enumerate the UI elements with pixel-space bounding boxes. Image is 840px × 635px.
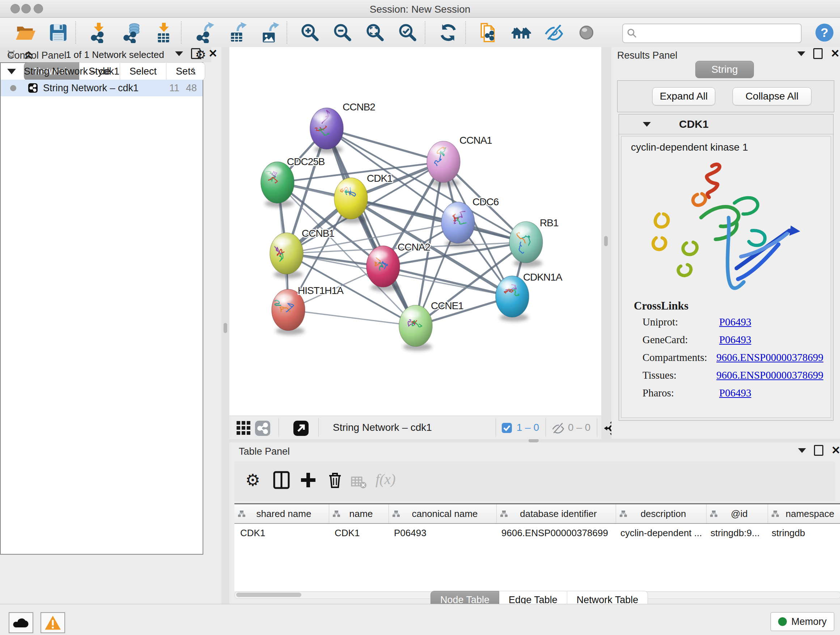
toolbar-separator: [425, 21, 425, 44]
cell-description[interactable]: cyclin-dependent ...: [615, 527, 705, 539]
network-view-canvas[interactable]: CCNB2CCNA1CDC25BCDK1CDC6RB1CCNB1CCNA2CDK…: [229, 47, 601, 416]
node-CDC6[interactable]: [441, 202, 475, 243]
export-network-button[interactable]: [194, 22, 215, 43]
show-grid-icon[interactable]: [236, 420, 252, 436]
tab-string[interactable]: String: [695, 61, 754, 78]
show-hidden-button[interactable]: [576, 22, 597, 43]
cell-name[interactable]: CDK1: [329, 527, 388, 539]
table-settings-gear-icon[interactable]: ⚙: [245, 470, 264, 489]
hide-selected-button[interactable]: [543, 22, 564, 43]
hidden-eye-icon[interactable]: [551, 421, 565, 435]
horizontal-splitter-handle[interactable]: [529, 439, 538, 442]
node-CCNB2[interactable]: [310, 108, 343, 149]
network-collection-row[interactable]: String Network – cdk1 1: [1, 63, 202, 80]
float-panel-icon[interactable]: [813, 48, 823, 59]
left-splitter-handle[interactable]: [224, 323, 227, 333]
panel-menu-icon[interactable]: [175, 51, 183, 56]
control-panel-controls: ✕: [175, 47, 218, 60]
crosslink-value-link[interactable]: 9606.ENSP00000378699: [716, 369, 823, 381]
add-column-icon[interactable]: [299, 470, 317, 489]
cell-namespace[interactable]: stringdb: [766, 527, 840, 539]
table-panel-title: Table Panel: [239, 446, 290, 457]
panel-menu-icon[interactable]: [798, 448, 806, 453]
zoom-selected-icon: [397, 22, 418, 43]
crosslink-value-link[interactable]: P06493: [719, 387, 752, 399]
cell-sharedname[interactable]: CDK1: [234, 527, 329, 539]
zoom-in-button[interactable]: [300, 22, 321, 43]
column-header-id[interactable]: @id: [706, 504, 768, 523]
export-table-button[interactable]: [226, 22, 248, 43]
zoom-fit-button[interactable]: [365, 22, 386, 43]
close-panel-icon[interactable]: ✕: [831, 48, 840, 59]
cdk1-section-header[interactable]: CDK1: [619, 114, 833, 134]
function-builder-icon[interactable]: f(x): [376, 470, 415, 489]
share-session-file-button[interactable]: [478, 22, 499, 43]
zoom-selected-button[interactable]: [397, 22, 418, 43]
toolbar-separator: [465, 21, 466, 44]
cell-canonicalname[interactable]: P06493: [388, 527, 496, 539]
show-columns-icon[interactable]: [272, 470, 291, 489]
cdk1-section-body: cyclin-dependent kinase 1: [621, 136, 831, 418]
node-CCNE1[interactable]: [399, 305, 432, 347]
section-collapse-icon[interactable]: [643, 122, 651, 127]
search-input[interactable]: [622, 24, 802, 43]
import-table-button[interactable]: [153, 22, 174, 43]
save-session-button[interactable]: [48, 22, 69, 43]
column-header-canonicalname[interactable]: canonical name: [389, 504, 497, 523]
open-session-button[interactable]: [15, 22, 36, 43]
node-CCNA2[interactable]: [366, 246, 400, 287]
edge-CCNB2-CCNE1[interactable]: [327, 128, 416, 326]
column-header-description[interactable]: description: [616, 504, 706, 523]
crosslink-value-link[interactable]: 9606.ENSP00000378699: [716, 352, 823, 363]
help-button[interactable]: ?: [814, 22, 835, 43]
import-network-database-button[interactable]: [121, 22, 142, 43]
crosslink-row: Tissues: 9606.ENSP00000378699: [643, 369, 823, 381]
node-RB1[interactable]: [509, 222, 543, 263]
selected-checkbox-icon[interactable]: [501, 423, 512, 433]
column-header-name[interactable]: name: [329, 504, 389, 523]
refresh-view-button[interactable]: [438, 22, 459, 43]
node-CDK1[interactable]: [334, 178, 368, 219]
close-panel-icon[interactable]: ✕: [831, 445, 840, 456]
close-panel-icon[interactable]: ✕: [208, 48, 218, 59]
column-header-sharedname[interactable]: shared name: [234, 504, 329, 523]
node-CCNB1[interactable]: [270, 233, 303, 274]
float-panel-icon[interactable]: [814, 445, 823, 456]
scrollbar-thumb[interactable]: [236, 593, 302, 597]
network-row-selected[interactable]: String Network – cdk1 11 48: [1, 80, 202, 96]
memory-button[interactable]: Memory: [771, 612, 834, 631]
cell-id[interactable]: stringdb:9...: [705, 527, 766, 539]
node-CDC25B[interactable]: [261, 162, 294, 203]
refresh-view-icon: [438, 22, 459, 43]
delete-column-icon[interactable]: [325, 470, 344, 489]
column-header-namespace[interactable]: namespace: [768, 504, 840, 523]
string-home-icon: [511, 22, 532, 43]
import-network-button[interactable]: [88, 22, 109, 43]
show-hidden-icon: [576, 22, 597, 43]
cloud-button[interactable]: [9, 612, 33, 633]
right-splitter-handle[interactable]: [604, 236, 608, 246]
warning-button[interactable]: [41, 612, 65, 633]
string-home-button[interactable]: [511, 22, 532, 43]
edge-CCNB2-CCNA1[interactable]: [327, 128, 444, 162]
collapse-all-button[interactable]: Collapse All: [733, 87, 812, 105]
birdseye-view-icon[interactable]: [293, 420, 309, 436]
table-row[interactable]: CDK1CDK1P064939606.ENSP00000378699cyclin…: [234, 524, 840, 542]
panel-menu-icon[interactable]: [797, 51, 805, 56]
network-row-label: String Network – cdk1: [43, 82, 139, 94]
crosslink-value-link[interactable]: P06493: [719, 334, 752, 346]
column-header-databaseidentifier[interactable]: database identifier: [497, 504, 616, 523]
string-toggle-icon[interactable]: [255, 420, 271, 436]
separator: [318, 418, 319, 437]
protein-structure-image: [643, 160, 810, 297]
edge-HIST1H1A-CCNE1[interactable]: [288, 310, 416, 326]
zoom-out-button[interactable]: [332, 22, 353, 43]
delete-table-icon[interactable]: [351, 473, 367, 492]
node-CCNA1[interactable]: [427, 141, 460, 182]
cell-databaseidentifier[interactable]: 9606.ENSP00000378699: [496, 527, 615, 539]
float-panel-icon[interactable]: [191, 48, 201, 59]
expand-all-button[interactable]: Expand All: [652, 87, 715, 105]
collapse-arrow-icon[interactable]: [7, 69, 16, 74]
crosslink-value-link[interactable]: P06493: [719, 316, 752, 328]
export-image-button[interactable]: [259, 22, 280, 43]
